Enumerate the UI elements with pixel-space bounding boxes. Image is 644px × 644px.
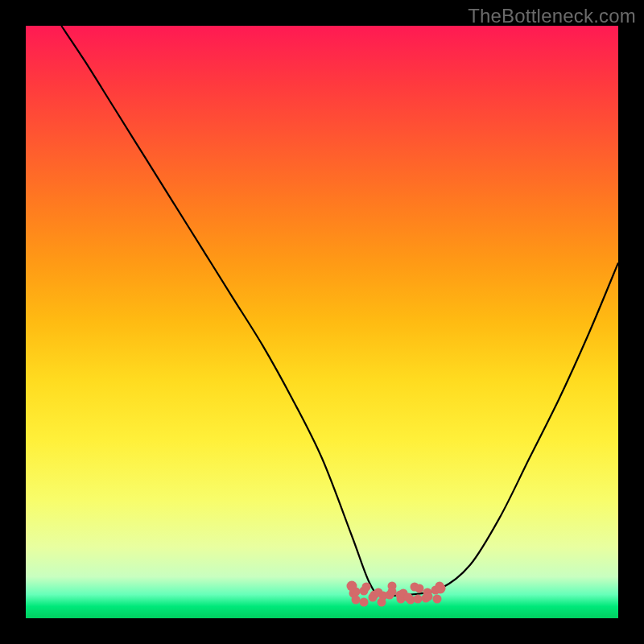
- chart-frame: TheBottleneck.com: [0, 0, 644, 644]
- valley-dot: [351, 595, 360, 604]
- valley-dot: [360, 597, 369, 606]
- watermark-text: TheBottleneck.com: [468, 5, 636, 27]
- valley-dot: [424, 592, 433, 601]
- valley-end-dot: [346, 580, 357, 591]
- valley-dot: [404, 593, 413, 602]
- valley-end-dot: [436, 584, 446, 594]
- plot-area: [26, 26, 618, 618]
- valley-markers: [26, 26, 618, 618]
- valley-dot: [432, 595, 441, 604]
- valley-dot: [362, 583, 371, 592]
- valley-dot: [378, 597, 386, 606]
- valley-dot: [414, 594, 423, 603]
